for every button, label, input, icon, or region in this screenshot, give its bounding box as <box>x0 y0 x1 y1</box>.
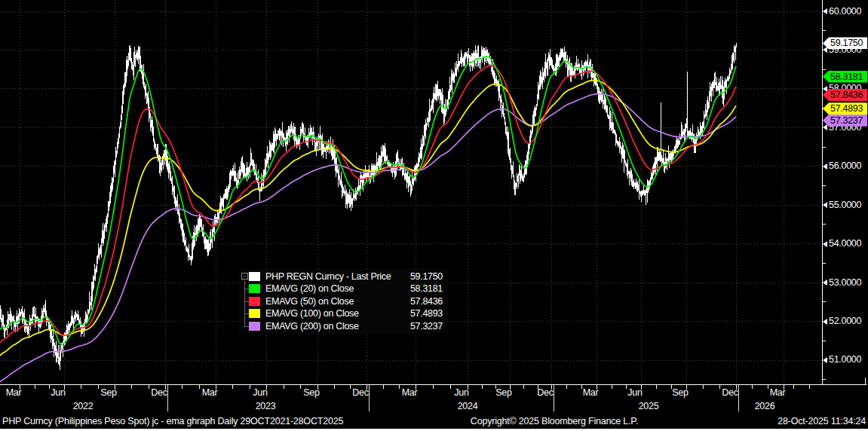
time-axis-year-label: 2026 <box>755 401 775 411</box>
price-axis-badge-57-4893: 57.4893 <box>823 102 867 115</box>
legend-row[interactable]: PHP REGN Curncy - Last Price59.1750 <box>239 271 448 283</box>
time-axis-year-label: 2025 <box>639 401 659 411</box>
time-axis-month-label: Dec <box>352 387 368 398</box>
time-axis-month-tick <box>793 385 794 389</box>
price-axis-label: 60.0000 <box>829 7 861 17</box>
timestamp: 28-Oct-2025 11:34:24 <box>778 416 866 426</box>
legend-color-swatch-icon <box>249 309 260 318</box>
time-axis-month-label: Mar <box>583 387 599 398</box>
time-axis-month-tick <box>752 385 753 389</box>
time-axis-month-tick <box>182 385 182 389</box>
price-axis-tick-arrow <box>823 124 827 130</box>
time-axis-month-tick <box>433 385 434 389</box>
price-axis-label: 51.0000 <box>829 355 861 365</box>
legend-row[interactable]: EMAVG (200) on Close57.3237 <box>239 321 448 333</box>
time-axis-month-tick <box>450 385 451 389</box>
time-axis-month-tick <box>656 385 657 389</box>
price-axis-badge-57-3237: 57.3237 <box>823 115 867 127</box>
time-axis-month-label: Jun <box>627 387 642 398</box>
price-axis-label: 52.0000 <box>829 316 861 326</box>
price-axis-minor-tick <box>823 224 826 225</box>
chart-description: PHP Curncy (Philippines Peso Spot) jc - … <box>2 416 343 426</box>
price-axis-label: 55.0000 <box>829 200 861 210</box>
time-axis-month-tick <box>383 385 384 389</box>
time-axis-month-tick <box>399 385 400 389</box>
legend-series-label: EMAVG (20) on Close <box>265 283 354 295</box>
time-axis-year-label: 2024 <box>458 401 478 411</box>
time-axis-month-tick <box>350 385 351 389</box>
legend-series-value: 58.3181 <box>410 283 443 295</box>
time-axis-month-tick <box>131 385 132 389</box>
time-axis-month-label: Jun <box>51 387 65 398</box>
time-axis-month-tick <box>719 385 720 389</box>
price-axis-tick-arrow <box>823 8 827 14</box>
price-axis-label: 54.0000 <box>829 239 861 249</box>
time-axis-month-tick <box>232 385 233 389</box>
price-axis-minor-tick <box>823 185 826 186</box>
time-axis-end-tick <box>865 378 866 384</box>
time-axis-month-label: Mar <box>402 387 418 398</box>
price-axis[interactable]: 60.000059.000058.000057.000056.000055.00… <box>822 0 868 384</box>
time-axis-year-separator <box>167 385 168 411</box>
time-axis-month-tick <box>626 385 627 389</box>
legend-color-swatch-icon <box>249 284 260 293</box>
price-axis-minor-tick <box>823 147 826 148</box>
price-axis-minor-tick <box>823 341 826 341</box>
time-axis-month-label: Sep <box>495 387 511 398</box>
price-axis-tick-arrow <box>823 319 827 325</box>
legend-series-label: EMAVG (50) on Close <box>265 296 354 307</box>
time-axis-month-label: Mar <box>6 387 22 398</box>
price-axis-label: 53.0000 <box>829 278 861 288</box>
bloomberg-chart-window: - PHP REGN Curncy - Last Price59.1750EMA… <box>0 0 868 431</box>
time-axis-month-tick <box>482 385 483 389</box>
time-axis-month-tick <box>35 385 35 389</box>
price-axis-tick-arrow <box>823 86 827 92</box>
price-axis-line <box>822 0 823 384</box>
price-axis-minor-tick <box>823 379 826 380</box>
legend-series-value: 57.3237 <box>410 321 443 332</box>
price-axis-tick-arrow <box>823 202 827 208</box>
price-chart-plot[interactable]: - PHP REGN Curncy - Last Price59.1750EMA… <box>0 0 823 384</box>
time-axis-month-tick <box>300 385 301 389</box>
price-axis-tick-arrow <box>823 47 827 53</box>
time-axis-month-tick <box>49 385 50 389</box>
legend-row[interactable]: EMAVG (20) on Close58.3181 <box>239 283 448 295</box>
time-axis-year-label: 2022 <box>73 401 94 411</box>
legend-color-swatch-icon <box>249 322 260 331</box>
price-axis-badge-58-3181: 58.3181 <box>823 71 867 83</box>
time-axis-month-label: Dec <box>537 387 553 398</box>
time-axis-month-tick <box>566 385 567 389</box>
time-axis-year-separator <box>554 385 554 411</box>
price-axis-minor-tick <box>823 69 826 70</box>
time-axis-month-label: Sep <box>672 387 688 398</box>
legend-color-swatch-icon <box>249 272 260 281</box>
price-axis-tick-arrow <box>823 280 827 286</box>
legend-series-label: EMAVG (100) on Close <box>265 308 359 319</box>
time-axis-year-separator <box>369 385 370 411</box>
price-axis-tick-arrow <box>823 357 827 363</box>
time-axis-month-label: Dec <box>151 387 167 398</box>
price-axis-tick-arrow <box>823 241 827 247</box>
time-axis-month-tick <box>199 385 200 389</box>
time-axis-month-label: Sep <box>303 387 319 398</box>
time-axis-month-tick <box>250 385 250 389</box>
legend-row[interactable]: EMAVG (50) on Close57.8436 <box>239 296 448 308</box>
legend-series-label: PHP REGN Curncy - Last Price <box>265 271 391 283</box>
time-axis-month-tick <box>612 385 612 389</box>
legend-series-label: EMAVG (200) on Close <box>265 321 359 332</box>
time-axis-month-tick <box>81 385 81 389</box>
time-axis-month-label: Sep <box>100 387 116 398</box>
price-axis-minor-tick <box>823 301 826 302</box>
price-axis-badge-59-1750: 59.1750 <box>823 37 867 49</box>
price-axis-tick-arrow <box>823 164 827 170</box>
legend-series-value: 59.1750 <box>410 271 443 283</box>
price-axis-minor-tick <box>823 30 826 31</box>
legend-row[interactable]: EMAVG (100) on Close57.4893 <box>239 308 448 320</box>
copyright-notice: Copyright© 2025 Bloomberg Finance L.P. <box>441 416 667 426</box>
time-axis-month-tick <box>284 385 284 389</box>
chart-legend[interactable]: - PHP REGN Curncy - Last Price59.1750EMA… <box>239 269 448 334</box>
time-axis-month-label: Jun <box>454 387 468 398</box>
time-axis[interactable]: MarJunSepDecMarJunSepDecMarJunSepDecMarJ… <box>0 384 868 414</box>
ema-line-20 <box>0 94 736 382</box>
time-axis-month-label: Jun <box>253 387 267 398</box>
